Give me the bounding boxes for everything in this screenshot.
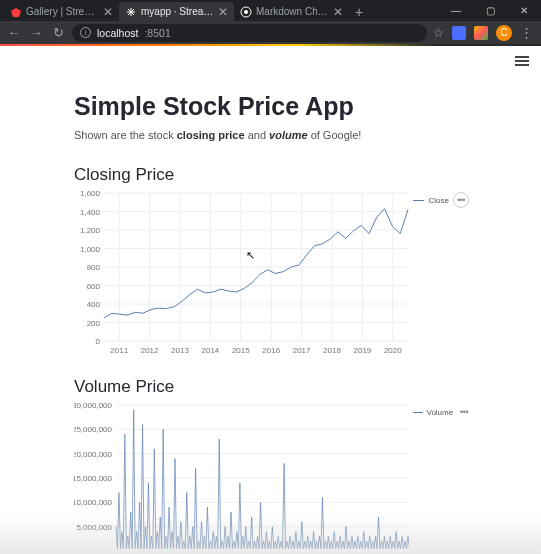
browser-tab[interactable]: Gallery | Streamlit — The fastes ✕ — [4, 2, 119, 21]
svg-text:1,400: 1,400 — [80, 208, 101, 217]
browser-tab[interactable]: Markdown Cheatsheet · adam-p ✕ — [234, 2, 349, 21]
nav-back-button[interactable]: ← — [6, 25, 22, 41]
streamlit-menu-button[interactable] — [515, 56, 529, 66]
address-bar[interactable]: i localhost:8501 — [72, 24, 427, 42]
bookmark-star-icon[interactable]: ☆ — [433, 26, 444, 40]
browser-toolbar: ← → ↻ i localhost:8501 ☆ C ⋮ — [0, 21, 541, 44]
legend-label: Volume — [427, 408, 454, 417]
url-port: :8501 — [144, 27, 170, 39]
chart-menu-button[interactable]: ••• — [457, 404, 471, 420]
svg-text:600: 600 — [87, 282, 101, 291]
svg-text:2013: 2013 — [171, 346, 189, 355]
window-close-button[interactable]: ✕ — [507, 0, 541, 20]
tab-close-button[interactable]: ✕ — [218, 5, 228, 19]
svg-point-1 — [244, 10, 248, 14]
svg-text:10,000,000: 10,000,000 — [74, 498, 113, 507]
svg-text:800: 800 — [87, 263, 101, 272]
nav-forward-button[interactable]: → — [28, 25, 44, 41]
page-title: Simple Stock Price App — [74, 92, 471, 121]
tab-close-button[interactable]: ✕ — [103, 5, 113, 19]
svg-text:2012: 2012 — [141, 346, 159, 355]
svg-text:30,000,000: 30,000,000 — [74, 401, 113, 410]
svg-text:2018: 2018 — [323, 346, 341, 355]
svg-text:25,000,000: 25,000,000 — [74, 425, 113, 434]
tab-favicon — [240, 6, 252, 18]
new-tab-button[interactable]: + — [349, 2, 369, 21]
close-chart-svg[interactable]: 02004006008001,0001,2001,4001,6002011201… — [74, 189, 409, 355]
extension-icon[interactable] — [474, 26, 488, 40]
legend-swatch — [413, 200, 424, 201]
svg-text:1,600: 1,600 — [80, 189, 101, 198]
svg-text:400: 400 — [87, 300, 101, 309]
svg-text:2015: 2015 — [232, 346, 250, 355]
closing-price-chart: 02004006008001,0001,2001,4001,6002011201… — [74, 189, 471, 355]
tab-label: Markdown Cheatsheet · adam-p — [256, 6, 329, 17]
tab-label: myapp · Streamlit — [141, 6, 214, 17]
svg-text:5,000,000: 5,000,000 — [76, 523, 112, 532]
svg-text:2014: 2014 — [202, 346, 220, 355]
tab-favicon — [10, 6, 22, 18]
extension-icon[interactable] — [452, 26, 466, 40]
svg-text:2019: 2019 — [354, 346, 372, 355]
svg-text:2017: 2017 — [293, 346, 311, 355]
nav-reload-button[interactable]: ↻ — [50, 25, 66, 41]
svg-text:1,000: 1,000 — [80, 245, 101, 254]
volume-price-chart: 5,000,00010,000,00015,000,00020,000,0002… — [74, 401, 471, 551]
svg-text:1,200: 1,200 — [80, 226, 101, 235]
page-subtitle: Shown are the stock closing price and vo… — [74, 129, 471, 141]
window-maximize-button[interactable]: ▢ — [473, 0, 507, 20]
app-viewport: Simple Stock Price App Shown are the sto… — [0, 46, 541, 554]
profile-avatar[interactable]: C — [496, 25, 512, 41]
window-minimize-button[interactable]: — — [439, 0, 473, 20]
svg-text:0: 0 — [96, 337, 101, 346]
site-info-icon[interactable]: i — [80, 27, 91, 38]
url-host: localhost — [97, 27, 138, 39]
svg-text:20,000,000: 20,000,000 — [74, 450, 113, 459]
svg-text:2020: 2020 — [384, 346, 402, 355]
tab-close-button[interactable]: ✕ — [333, 5, 343, 19]
chart-menu-button[interactable]: ••• — [453, 192, 469, 208]
tab-favicon — [125, 6, 137, 18]
svg-text:2011: 2011 — [110, 346, 128, 355]
browser-menu-button[interactable]: ⋮ — [520, 25, 533, 40]
browser-tab[interactable]: myapp · Streamlit ✕ — [119, 2, 234, 21]
chart-heading-volume: Volume Price — [74, 377, 471, 397]
svg-text:2016: 2016 — [262, 346, 280, 355]
legend-label: Close — [428, 196, 448, 205]
legend-swatch — [413, 412, 423, 413]
volume-chart-svg[interactable]: 5,000,00010,000,00015,000,00020,000,0002… — [74, 401, 409, 551]
svg-text:15,000,000: 15,000,000 — [74, 474, 113, 483]
tab-label: Gallery | Streamlit — The fastes — [26, 6, 99, 17]
svg-text:200: 200 — [87, 319, 101, 328]
chart-heading-close: Closing Price — [74, 165, 471, 185]
